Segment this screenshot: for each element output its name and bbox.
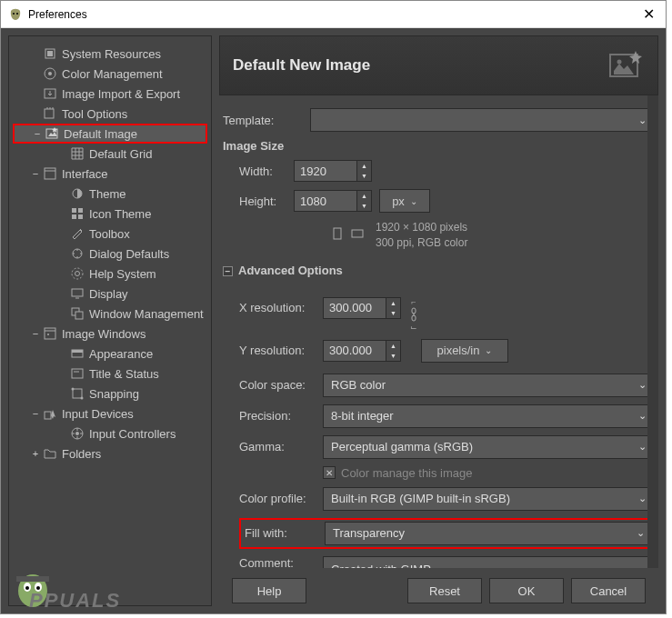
dialog-icon: [69, 246, 85, 261]
tree-toggle-icon[interactable]: −: [29, 168, 42, 179]
spin-down-icon[interactable]: ▼: [356, 201, 371, 211]
tree-item-toolbox[interactable]: Toolbox: [13, 224, 207, 244]
window-icon: [42, 166, 58, 181]
svg-rect-23: [45, 328, 55, 339]
precision-dropdown[interactable]: 8-bit integer⌄: [323, 404, 655, 428]
color-manage-checkbox[interactable]: ✕: [323, 466, 336, 479]
tree-item-label: Image Windows: [62, 327, 145, 341]
spin-up-icon[interactable]: ▲: [386, 298, 400, 308]
color-manage-label: Color manage this image: [341, 466, 473, 480]
yres-input[interactable]: 300.000 ▲▼: [323, 340, 401, 362]
tree-item-icon-theme[interactable]: Icon Theme: [13, 204, 207, 224]
tree-item-label: Help System: [89, 267, 156, 281]
tree-item-dialog-defaults[interactable]: Dialog Defaults: [13, 244, 207, 264]
preferences-tree: System ResourcesColor ManagementImage Im…: [8, 35, 212, 606]
tree-item-system-resources[interactable]: System Resources: [13, 44, 207, 64]
svg-rect-14: [72, 214, 76, 219]
tree-item-folders[interactable]: +Folders: [13, 444, 207, 464]
chevron-down-icon: ⌄: [485, 345, 492, 355]
reset-button[interactable]: Reset: [407, 578, 482, 603]
tree-item-default-image[interactable]: −Default Image: [13, 124, 207, 144]
input-icon: [42, 406, 58, 421]
tree-item-image-import-export[interactable]: Image Import & Export: [13, 84, 207, 104]
svg-point-18: [75, 272, 80, 276]
size-unit-dropdown[interactable]: px⌄: [379, 189, 430, 213]
chevron-down-icon: ⌄: [638, 115, 647, 126]
tree-item-label: Title & Status: [89, 367, 159, 381]
snap-icon: [69, 386, 85, 401]
tree-item-theme[interactable]: Theme: [13, 184, 207, 204]
tree-item-image-windows[interactable]: −Image Windows: [13, 324, 207, 344]
spin-up-icon[interactable]: ▲: [356, 161, 371, 171]
tree-item-input-devices[interactable]: −Input Devices: [13, 404, 207, 424]
spin-up-icon[interactable]: ▲: [386, 341, 400, 351]
ctrl-icon: [69, 426, 85, 441]
svg-rect-33: [45, 412, 51, 419]
xres-input[interactable]: 300.000 ▲▼: [323, 297, 401, 319]
comment-input[interactable]: Created with GIMP: [323, 556, 655, 568]
tree-item-title-status[interactable]: Title & Status: [13, 364, 207, 384]
svg-point-5: [48, 72, 52, 75]
tree-toggle-icon[interactable]: −: [29, 328, 42, 339]
tree-item-display[interactable]: Display: [13, 284, 207, 304]
profile-dropdown[interactable]: Built-in RGB (GIMP built-in sRGB)⌄: [323, 487, 655, 511]
tree-item-help-system[interactable]: Help System: [13, 264, 207, 284]
colorspace-dropdown[interactable]: RGB color⌄: [323, 374, 655, 397]
tree-toggle-icon[interactable]: −: [31, 128, 44, 139]
precision-label: Precision:: [239, 409, 323, 423]
tree-item-color-management[interactable]: Color Management: [13, 64, 207, 84]
gamma-dropdown[interactable]: Perceptual gamma (sRGB)⌄: [323, 435, 655, 459]
page-header: Default New Image: [219, 35, 658, 95]
template-dropdown[interactable]: ⌄: [310, 108, 655, 132]
tree-toggle-icon[interactable]: −: [29, 408, 42, 419]
tree-item-input-controllers[interactable]: Input Controllers: [13, 424, 207, 444]
tree-toggle-icon[interactable]: +: [29, 448, 42, 459]
landscape-icon[interactable]: [350, 226, 365, 244]
tree-item-label: Window Management: [89, 307, 204, 321]
ok-button[interactable]: OK: [489, 578, 564, 603]
collapse-icon[interactable]: −: [223, 266, 233, 276]
tree-item-interface[interactable]: −Interface: [13, 164, 207, 184]
portrait-icon[interactable]: [330, 226, 345, 244]
window-title: Preferences: [28, 8, 87, 21]
svg-point-17: [72, 268, 83, 279]
tree-item-label: Appearance: [89, 347, 153, 361]
app-icon: [8, 7, 23, 22]
tree-item-tool-options[interactable]: Tool Options: [13, 104, 207, 124]
tree-item-label: System Resources: [62, 47, 161, 61]
spin-down-icon[interactable]: ▼: [356, 171, 371, 181]
cancel-button[interactable]: Cancel: [571, 578, 646, 603]
chevron-down-icon: ⌄: [637, 527, 645, 539]
spin-up-icon[interactable]: ▲: [356, 191, 371, 201]
link-chain-icon[interactable]: ⌐ ⌙: [406, 297, 421, 344]
spin-down-icon[interactable]: ▼: [386, 351, 400, 361]
spin-down-icon[interactable]: ▼: [386, 308, 400, 318]
tree-item-default-grid[interactable]: Default Grid: [13, 144, 207, 164]
tree-item-appearance[interactable]: Appearance: [13, 344, 207, 364]
tree-item-label: Default Grid: [89, 147, 152, 161]
yres-label: Y resolution:: [239, 344, 323, 357]
width-label: Width:: [239, 164, 294, 178]
tree-item-label: Display: [89, 287, 128, 301]
res-unit-dropdown[interactable]: pixels/in⌄: [421, 339, 508, 363]
svg-rect-13: [78, 208, 83, 213]
scrollbar[interactable]: [647, 95, 658, 568]
tree-item-snapping[interactable]: Snapping: [13, 384, 207, 404]
chevron-down-icon: ⌄: [638, 441, 647, 453]
advanced-options-header[interactable]: −Advanced Options: [223, 264, 655, 277]
tree-item-label: Color Management: [62, 67, 163, 81]
imgwin-icon: [42, 326, 58, 341]
width-input[interactable]: 1920 ▲▼: [294, 160, 372, 182]
tree-item-label: Theme: [89, 187, 125, 201]
import-icon: [42, 86, 58, 101]
svg-point-25: [47, 334, 49, 335]
tree-item-window-management[interactable]: Window Management: [13, 304, 207, 324]
help-button[interactable]: Help: [232, 578, 306, 603]
svg-rect-19: [72, 289, 83, 296]
close-icon[interactable]: ✕: [639, 5, 658, 23]
page-title: Default New Image: [233, 56, 370, 75]
height-input[interactable]: 1080 ▲▼: [294, 190, 372, 212]
resolution-info: 300 ppi, RGB color: [376, 235, 467, 251]
chip-icon: [42, 46, 58, 61]
fill-dropdown[interactable]: Transparency⌄: [325, 522, 653, 545]
